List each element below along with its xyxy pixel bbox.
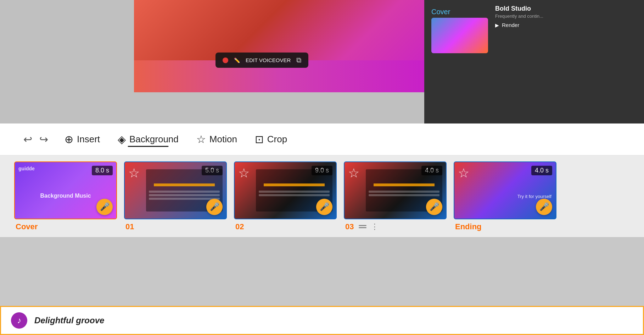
ending-text-overlay: Try it for yourself — [517, 194, 551, 199]
clip-cover-thumbnail: guidde 8.0 s Background Music 🎤 — [14, 161, 117, 219]
background-button[interactable]: ◈ Background — [114, 131, 182, 148]
clip-02-label: 02 — [234, 222, 244, 231]
clip-01[interactable]: ☆ 5.0 s 🎤 01 — [124, 161, 227, 231]
crop-label: Crop — [267, 134, 287, 145]
star-icon-03: ☆ — [348, 166, 359, 181]
redo-button[interactable]: ↪ — [37, 131, 50, 148]
edit-voiceover-bar[interactable]: ✏️ EDIT VOICEOVER ⧉ — [215, 53, 308, 68]
clip-01-thumbnail: ☆ 5.0 s 🎤 — [124, 161, 227, 219]
right-panel-top: Cover Bold Studio Frequently and contin.… — [424, 0, 644, 123]
motion-label: Motion — [209, 134, 237, 145]
clip-cover-label: Cover — [14, 222, 38, 231]
clip-ending-duration: 4.0 s — [531, 166, 552, 175]
yellow-arc-decoration — [601, 0, 644, 43]
clip-cover[interactable]: guidde 8.0 s Background Music 🎤 Cover — [14, 161, 117, 231]
play-icon: ▶ — [495, 22, 499, 28]
voiceover-label: EDIT VOICEOVER — [246, 57, 291, 63]
clip-ending-label: Ending — [454, 222, 482, 231]
clip-03-dots-menu[interactable]: ⋮ — [371, 222, 379, 231]
undo-button[interactable]: ↩ — [21, 131, 34, 148]
crop-button[interactable]: ⊡ Crop — [251, 131, 291, 148]
clip-03-menu-lines — [359, 225, 366, 228]
star-icon-01: ☆ — [128, 166, 140, 181]
star-icon-ending: ☆ — [458, 166, 469, 181]
preview-area: Cover Bold Studio Frequently and contin.… — [0, 0, 644, 123]
project-subtitle: Frequently and contin... — [495, 13, 543, 19]
music-note-icon: ♪ — [11, 312, 27, 329]
clip-ending[interactable]: ☆ 4.0 s Try it for yourself 🎤 Ending — [454, 161, 556, 231]
toolbar: ↩ ↪ ⊕ Insert ◈ Background ☆ Motion ⊡ Cro… — [0, 123, 644, 155]
project-thumbnail — [431, 18, 488, 53]
background-icon: ◈ — [118, 134, 126, 145]
music-track-name: Delightful groove — [34, 315, 104, 325]
clip-02[interactable]: ☆ 9.0 s 🎤 02 — [234, 161, 337, 231]
render-row[interactable]: ▶ Render — [495, 22, 519, 28]
clip-ending-mic[interactable]: 🎤 — [536, 199, 552, 215]
clip-03-mic[interactable]: 🎤 — [426, 199, 442, 215]
music-bar[interactable]: ♪ Delightful groove — [0, 306, 644, 335]
preview-canvas — [134, 0, 425, 92]
record-dot — [223, 57, 228, 63]
clip-02-mic[interactable]: 🎤 — [316, 199, 332, 215]
clip-03-label: 03 — [345, 222, 354, 231]
clip-02-thumbnail: ☆ 9.0 s 🎤 — [234, 161, 337, 219]
clip-03-thumbnail: ☆ 4.0 s 🎤 — [344, 161, 447, 219]
render-label: Render — [502, 22, 519, 28]
motion-button[interactable]: ☆ Motion — [193, 131, 241, 148]
project-title: Bold Studio — [495, 5, 531, 12]
clip-03[interactable]: ☆ 4.0 s 🎤 03 ⋮ — [344, 161, 447, 231]
clip-01-label: 01 — [124, 222, 134, 231]
insert-icon: ⊕ — [65, 134, 73, 145]
insert-button[interactable]: ⊕ Insert — [61, 131, 103, 148]
background-label: Background — [129, 134, 179, 145]
motion-icon: ☆ — [196, 134, 206, 145]
clip-ending-thumbnail: ☆ 4.0 s Try it for yourself 🎤 — [454, 161, 556, 219]
crop-icon: ⊡ — [255, 134, 264, 145]
insert-label: Insert — [77, 134, 100, 145]
undo-redo-group: ↩ ↪ — [21, 131, 50, 148]
copy-icon: ⧉ — [296, 56, 301, 64]
pencil-icon: ✏️ — [234, 57, 240, 63]
clip-cover-duration: 8.0 s — [92, 166, 113, 175]
guidde-logo: guidde — [18, 166, 35, 171]
clip-01-mic[interactable]: 🎤 — [206, 199, 223, 215]
cover-label-panel: Cover — [431, 8, 450, 16]
clip-cover-mic[interactable]: 🎤 — [96, 199, 113, 215]
filmstrip: guidde 8.0 s Background Music 🎤 Cover ☆ … — [0, 155, 644, 237]
clip-03-controls: 03 ⋮ — [344, 222, 379, 231]
star-icon-02: ☆ — [238, 166, 250, 181]
bg-music-text: Background Music — [40, 193, 91, 199]
